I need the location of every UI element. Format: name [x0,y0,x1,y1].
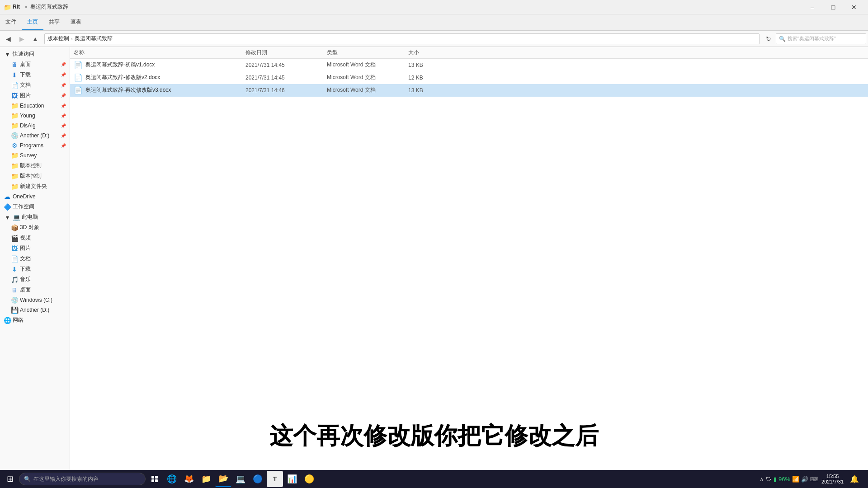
this-pc-expand: ▾ [4,214,11,221]
forward-button[interactable]: ▶ [15,33,28,45]
tray-up-arrow[interactable]: ∧ [760,476,764,483]
sidebar-item-c-drive[interactable]: 💿 Windows (C:) [0,295,70,305]
table-row[interactable]: 📄 奥运闭幕式致辞-初稿v1.docx 2021/7/31 14:45 Micr… [70,59,868,71]
sidebar-item-dl2[interactable]: ⬇ 下载 [0,264,70,274]
sidebar-item-education[interactable]: 📁 Education 📌 [0,101,70,111]
sidebar-onedrive[interactable]: ☁ OneDrive [0,192,70,202]
d-drive-icon: 💾 [11,306,18,314]
title-bar-text: RIt ▪ 奥运闭幕式致辞 [13,3,802,11]
taskbar-file-explorer[interactable]: 📂 [215,471,231,487]
table-row[interactable]: 📄 奥运闭幕式致辞-再次修改版v3.docx 2021/7/31 14:46 M… [70,84,868,97]
pin-icon-8: 📌 [61,133,66,138]
taskbar-typora[interactable]: T [267,471,283,487]
clock-time: 15:55 [821,474,844,479]
sidebar-item-version2[interactable]: 📁 版本控制 [0,171,70,181]
sidebar-item-music[interactable]: 🎵 音乐 [0,274,70,285]
refresh-button[interactable]: ↻ [762,33,775,45]
sidebar-item-3d[interactable]: 📦 3D 对象 [0,222,70,233]
taskbar-right: ∧ 🛡 ▮ 96% 📶 🔊 ⌨ 15:55 2021/7/31 🔔 [760,471,866,487]
taskbar-edge[interactable]: 🌐 [164,471,180,487]
file-size-2: 12 KB [408,75,453,81]
sidebar-item-another-d[interactable]: 💿 Another (D:) 📌 [0,131,70,141]
sidebar-item-young[interactable]: 📁 Young 📌 [0,111,70,121]
file-size-1: 13 KB [408,62,453,68]
file-type-2: Microsoft Word 文档 [327,74,408,81]
taskbar-miro[interactable]: 🟡 [301,471,317,487]
search-bar[interactable]: 🔍 搜索"奥运闭幕式致辞" [776,33,866,44]
title-bar: 📁 RIt ▪ 奥运闭幕式致辞 – □ ✕ [0,0,868,14]
tray-keyboard: ⌨ [810,476,819,483]
ribbon-tabs: 文件 主页 共享 查看 [0,14,87,30]
sidebar-item-survey[interactable]: 📁 Survey [0,150,70,160]
close-button[interactable]: ✕ [844,0,864,14]
workspace-icon: 🔷 [4,203,11,211]
sidebar-item-desktop2[interactable]: 🖥 桌面 [0,285,70,295]
sidebar-item-docs[interactable]: 📄 文档 📌 [0,80,70,90]
app-icon: 📁 [4,4,11,11]
main-layout: ▾ 快速访问 🖥 桌面 📌 ⬇ 下载 📌 📄 文档 📌 🖼 图片 📌 📁 Edu… [0,47,868,477]
pin-icon-5: 📌 [61,103,66,108]
col-header-name[interactable]: 名称 [74,49,245,56]
taskbar-vscode[interactable]: 💻 [232,471,249,487]
table-row[interactable]: 📄 奥运闭幕式致辞-修改版v2.docx 2021/7/31 14:45 Mic… [70,71,868,84]
sidebar-this-pc[interactable]: ▾ 💻 此电脑 [0,212,70,222]
c-drive-icon: 💿 [11,296,18,304]
col-header-type[interactable]: 类型 [327,49,408,56]
pictures-icon: 🖼 [11,92,18,99]
taskbar-search[interactable]: 🔍 在这里输入你要搜索的内容 [19,473,146,485]
tab-file[interactable]: 文件 [0,14,22,30]
ribbon: 文件 主页 共享 查看 [0,14,868,31]
maximize-button[interactable]: □ [823,0,844,14]
quick-access-icon: ▾ [4,51,11,58]
up-button[interactable]: ▲ [29,33,42,45]
programs-icon: ⚙ [11,142,18,149]
sidebar-item-pics[interactable]: 🖼 图片 [0,243,70,253]
sidebar-quick-access[interactable]: ▾ 快速访问 [0,49,70,59]
taskbar-ppt[interactable]: 📊 [284,471,300,487]
address-bar[interactable]: 版本控制 › 奥运闭幕式致辞 [44,33,760,44]
sidebar-item-video[interactable]: 🎬 视频 [0,233,70,243]
taskbar-folder[interactable]: 📁 [198,471,214,487]
start-button[interactable]: ⊞ [2,471,18,487]
sidebar-item-downloads[interactable]: ⬇ 下载 📌 [0,70,70,80]
taskbar-time[interactable]: 15:55 2021/7/31 [821,474,844,484]
sidebar-item-newfolder[interactable]: 📁 新建文件夹 [0,181,70,192]
col-header-size[interactable]: 大小 [408,49,453,56]
file-list-header: 名称 修改日期 类型 大小 [70,47,868,59]
sidebar-network[interactable]: 🌐 网络 [0,315,70,325]
sidebar-item-disalg[interactable]: 📁 DisAlg 📌 [0,121,70,131]
file-area: 名称 修改日期 类型 大小 📄 奥运闭幕式致辞-初稿v1.docx 2021/7… [70,47,868,477]
disalg-icon: 📁 [11,122,18,129]
notification-icon[interactable]: 🔔 [846,471,863,487]
version1-icon: 📁 [11,162,18,169]
window-title: 奥运闭幕式致辞 [30,4,68,10]
tray-shield: 🛡 [766,476,772,483]
file-date-2: 2021/7/31 14:45 [245,75,327,81]
sidebar-item-docs2[interactable]: 📄 文档 [0,253,70,264]
svg-rect-3 [155,479,158,482]
tab-share[interactable]: 共享 [43,14,65,30]
sidebar-item-pictures[interactable]: 🖼 图片 📌 [0,90,70,101]
sidebar-workspace[interactable]: 🔷 工作空间 [0,202,70,212]
back-button[interactable]: ◀ [2,33,14,45]
onedrive-icon: ☁ [4,193,11,200]
col-header-date[interactable]: 修改日期 [245,49,327,56]
file-size-3: 13 KB [408,87,453,94]
taskbar-vs[interactable]: 🔵 [250,471,266,487]
taskbar-firefox[interactable]: 🦊 [181,471,197,487]
music-icon: 🎵 [11,276,18,283]
sidebar-item-d-drive[interactable]: 💾 Another (D:) [0,305,70,315]
taskbar-task-view[interactable] [146,471,163,487]
tab-home[interactable]: 主页 [22,14,43,30]
network-icon: 🌐 [4,317,11,324]
tab-view[interactable]: 查看 [65,14,87,30]
tray-battery: ▮ 96% [774,476,790,483]
young-icon: 📁 [11,112,18,119]
sidebar-item-programs[interactable]: ⚙ Programs 📌 [0,141,70,150]
pin-icon-2: 📌 [61,72,66,77]
minimize-button[interactable]: – [802,0,823,14]
docs2-icon: 📄 [11,255,18,263]
window-controls: – □ ✕ [802,0,864,14]
sidebar-item-version1[interactable]: 📁 版本控制 [0,160,70,171]
sidebar-item-desktop[interactable]: 🖥 桌面 📌 [0,59,70,70]
